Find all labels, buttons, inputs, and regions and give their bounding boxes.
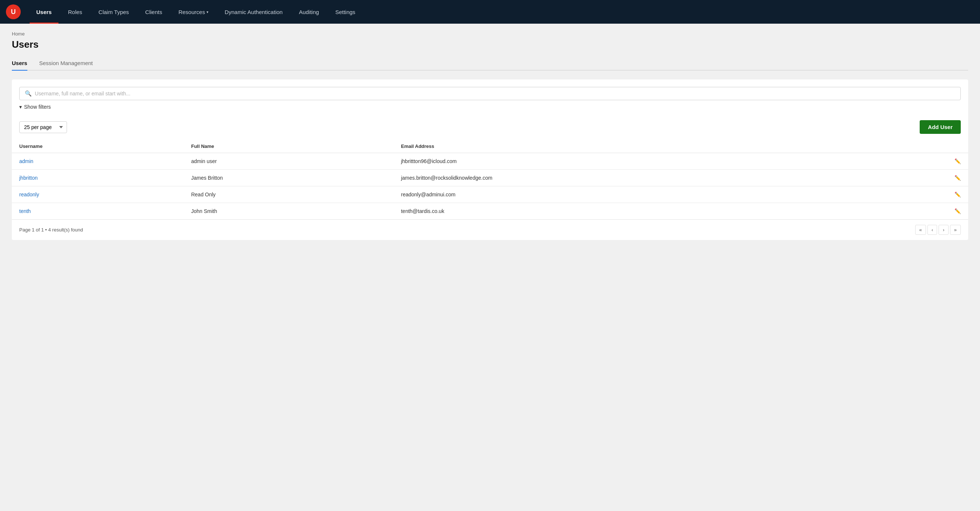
col-header-fullname: Full Name (184, 140, 393, 153)
username-link[interactable]: tenth (19, 208, 31, 214)
username-link[interactable]: admin (19, 158, 33, 164)
cell-fullname: Read Only (184, 186, 393, 203)
cell-username: admin (12, 153, 184, 170)
page-title: Users (12, 39, 968, 50)
pagination-controls: « ‹ › » (915, 225, 961, 235)
table-row: jhbrittonJames Brittonjames.britton@rock… (12, 170, 968, 186)
table-row: readonlyRead Onlyreadonly@adminui.com✏️ (12, 186, 968, 203)
search-section: 🔍 ▾ Show filters (12, 79, 968, 114)
cell-email: readonly@adminui.com (393, 186, 873, 203)
page-wrapper: Home Users Users Session Management 🔍 ▾ … (0, 24, 980, 252)
nav-item-settings[interactable]: Settings (329, 0, 362, 24)
username-link[interactable]: readonly (19, 192, 39, 197)
chevron-down-icon: ▾ (19, 104, 22, 110)
chevron-down-icon: ▾ (207, 10, 208, 14)
tabs: Users Session Management (12, 56, 968, 71)
pagination-last-button[interactable]: » (950, 225, 961, 235)
cell-action: ✏️ (873, 186, 968, 203)
col-header-username: Username (12, 140, 184, 153)
nav-item-auditing[interactable]: Auditing (293, 0, 326, 24)
cell-action: ✏️ (873, 170, 968, 186)
add-user-button[interactable]: Add User (920, 120, 961, 134)
nav-item-users[interactable]: Users (30, 0, 59, 24)
cell-username: readonly (12, 186, 184, 203)
cell-email: james.britton@rocksolidknowledge.com (393, 170, 873, 186)
col-header-actions (873, 140, 968, 153)
table-header-row: Username Full Name Email Address (12, 140, 968, 153)
edit-icon[interactable]: ✏️ (955, 208, 961, 214)
nav-item-roles[interactable]: Roles (61, 0, 89, 24)
username-link[interactable]: jhbritton (19, 175, 38, 181)
cell-fullname: John Smith (184, 203, 393, 220)
users-table: Username Full Name Email Address adminad… (12, 140, 968, 219)
nav-item-claim-types[interactable]: Claim Types (92, 0, 135, 24)
cell-email: tenth@tardis.co.uk (393, 203, 873, 220)
nav-item-resources[interactable]: Resources ▾ (172, 0, 215, 24)
navbar: U Users Roles Claim Types Clients Resour… (0, 0, 980, 24)
pagination-prev-button[interactable]: ‹ (928, 225, 937, 235)
search-input[interactable] (35, 90, 955, 97)
tab-session-management[interactable]: Session Management (39, 56, 93, 70)
per-page-select[interactable]: 10 per page 25 per page 50 per page 100 … (19, 121, 67, 133)
show-filters-toggle[interactable]: ▾ Show filters (19, 104, 961, 110)
search-box: 🔍 (19, 87, 961, 100)
cell-username: jhbritton (12, 170, 184, 186)
tab-users[interactable]: Users (12, 56, 27, 70)
toolbar: 10 per page 25 per page 50 per page 100 … (12, 114, 968, 140)
nav-item-clients[interactable]: Clients (138, 0, 169, 24)
cell-action: ✏️ (873, 153, 968, 170)
pagination-info: Page 1 of 1 • 4 result(s) found (19, 227, 83, 233)
cell-fullname: admin user (184, 153, 393, 170)
pagination-first-button[interactable]: « (915, 225, 926, 235)
pagination-bar: Page 1 of 1 • 4 result(s) found « ‹ › » (12, 219, 968, 240)
cell-action: ✏️ (873, 203, 968, 220)
cell-email: jhbrittton96@icloud.com (393, 153, 873, 170)
breadcrumb[interactable]: Home (12, 31, 968, 36)
edit-icon[interactable]: ✏️ (955, 158, 961, 164)
pagination-next-button[interactable]: › (939, 225, 948, 235)
nav-item-dynamic-authentication[interactable]: Dynamic Authentication (218, 0, 290, 24)
content-area: 🔍 ▾ Show filters 10 per page 25 per page… (12, 79, 968, 240)
col-header-email: Email Address (393, 140, 873, 153)
search-icon: 🔍 (25, 90, 32, 97)
cell-fullname: James Britton (184, 170, 393, 186)
edit-icon[interactable]: ✏️ (955, 175, 961, 181)
logo[interactable]: U (6, 5, 21, 19)
cell-username: tenth (12, 203, 184, 220)
table-row: tenthJohn Smithtenth@tardis.co.uk✏️ (12, 203, 968, 220)
table-row: adminadmin userjhbrittton96@icloud.com✏️ (12, 153, 968, 170)
edit-icon[interactable]: ✏️ (955, 192, 961, 197)
